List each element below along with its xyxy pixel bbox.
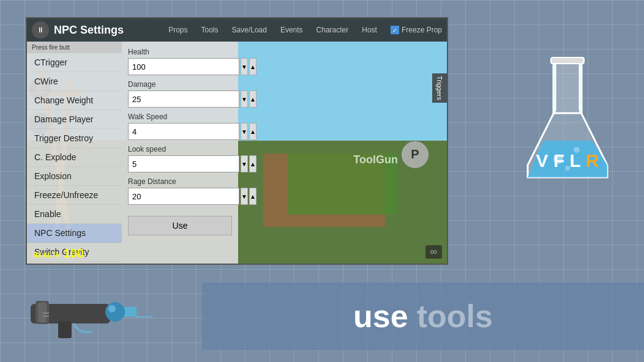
flask-brand-text: V F L R: [522, 150, 613, 171]
sidebar-item-explosion[interactable]: Explosion: [27, 167, 122, 186]
walkspeed-input[interactable]: [128, 123, 239, 140]
damage-group: Damage ▼ ▲: [128, 80, 232, 108]
damage-input-row: ▼ ▲: [128, 90, 232, 108]
tab-props[interactable]: Props: [162, 23, 193, 37]
bottom-section: usetools: [0, 264, 644, 362]
lookspeed-label: Look speed: [128, 145, 232, 153]
sidebar-item-cexplode[interactable]: C. Explode: [27, 148, 122, 167]
sidebar-item-cwire[interactable]: CWire: [27, 72, 122, 91]
freeze-prop-checkbox[interactable]: ✓: [391, 26, 399, 34]
tab-events[interactable]: Events: [274, 23, 309, 37]
sidebar-item-enable[interactable]: Enable: [27, 205, 122, 224]
svg-point-12: [105, 302, 125, 322]
svg-rect-10: [58, 321, 72, 338]
sidebar-item-freezeunfreeze[interactable]: Freeze/Unfreeze: [27, 186, 122, 205]
health-input[interactable]: [128, 58, 239, 75]
sidebar-item-npcsettings[interactable]: NPC Settings: [27, 224, 122, 243]
game-window: ⏸ NPC Settings Props Tools Save/Load Eve…: [26, 17, 448, 265]
svg-point-13: [108, 305, 116, 312]
press-fire-text: Press fire butt: [27, 42, 122, 53]
tab-character[interactable]: Character: [310, 23, 355, 37]
ragedistance-group: Rage Distance ▼ ▲: [128, 177, 232, 205]
ragedistance-label: Rage Distance: [128, 177, 232, 186]
freeze-prop-toggle[interactable]: ✓ Freeze Prop: [391, 26, 442, 34]
infinity-badge: ∞: [425, 245, 442, 259]
health-bar-label: HEALTH: [33, 252, 61, 259]
damage-up-btn[interactable]: ▲: [249, 90, 256, 108]
damage-label: Damage: [128, 80, 232, 89]
walkspeed-input-row: ▼ ▲: [128, 123, 232, 140]
triggers-button[interactable]: Triggers: [432, 73, 447, 103]
walkspeed-label: Walk Speed: [128, 113, 232, 121]
brand-f: F: [553, 150, 564, 171]
walkspeed-group: Walk Speed ▼ ▲: [128, 113, 232, 140]
use-tools-box: usetools: [202, 283, 644, 350]
sidebar-item-ctrigger[interactable]: CTrigger: [27, 53, 122, 72]
settings-panel: Health ▼ ▲ Damage ▼ ▲ Walk Speed ▼ ▲: [122, 42, 238, 264]
window-title: NPC Settings: [54, 24, 160, 37]
flask-logo-area: V F L R: [522, 55, 613, 190]
health-up-btn[interactable]: ▲: [249, 58, 256, 75]
walkspeed-down-btn[interactable]: ▼: [241, 123, 248, 140]
health-group: Health ▼ ▲: [128, 48, 232, 75]
sidebar-item-triggerdestroy[interactable]: Trigger Destroy: [27, 129, 122, 148]
health-bar-value: 100: [64, 246, 84, 260]
damage-input[interactable]: [128, 90, 239, 108]
lookspeed-input[interactable]: [128, 155, 239, 172]
svg-rect-6: [551, 57, 584, 64]
tab-host[interactable]: Host: [356, 23, 383, 37]
brand-v: V: [536, 150, 549, 171]
ragedistance-down-btn[interactable]: ▼: [241, 188, 248, 205]
portal-gun-area: [12, 283, 153, 350]
sidebar-item-changeweight[interactable]: Change Weight: [27, 91, 122, 110]
health-input-row: ▼ ▲: [128, 58, 232, 75]
lookspeed-up-btn[interactable]: ▲: [249, 155, 256, 172]
pause-icon: ⏸: [37, 26, 44, 34]
menu-tabs: Props Tools Save/Load Events Character H…: [162, 23, 383, 37]
ragedistance-up-btn[interactable]: ▲: [249, 188, 256, 205]
p-button[interactable]: P: [402, 141, 429, 168]
sidebar-item-damageplayer[interactable]: Damage Player: [27, 110, 122, 129]
health-label: Health: [128, 48, 232, 56]
lookspeed-input-row: ▼ ▲: [128, 155, 232, 172]
toolgun-watermark: ToolGun: [353, 153, 398, 166]
lookspeed-down-btn[interactable]: ▼: [241, 155, 248, 172]
brand-l: L: [570, 150, 581, 171]
tab-tools[interactable]: Tools: [195, 23, 225, 37]
sidebar-item-oscillator[interactable]: Oscillator: [27, 262, 122, 264]
pause-button[interactable]: ⏸: [32, 21, 49, 39]
use-tools-text: usetools: [353, 298, 493, 334]
lookspeed-group: Look speed ▼ ▲: [128, 145, 232, 172]
ragedistance-input-row: ▼ ▲: [128, 188, 232, 205]
tools-word: tools: [417, 298, 493, 334]
ragedistance-input[interactable]: [128, 188, 239, 205]
svg-rect-1: [553, 58, 582, 113]
sidebar-menu: Press fire butt CTrigger CWire Change We…: [27, 42, 122, 264]
use-word: use: [353, 298, 408, 334]
walkspeed-up-btn[interactable]: ▲: [249, 123, 256, 140]
tab-saveload[interactable]: Save/Load: [226, 23, 273, 37]
freeze-prop-label: Freeze Prop: [402, 26, 442, 34]
top-menu-bar: ⏸ NPC Settings Props Tools Save/Load Eve…: [27, 18, 447, 42]
use-button[interactable]: Use: [128, 216, 232, 235]
damage-down-btn[interactable]: ▼: [241, 90, 248, 108]
health-down-btn[interactable]: ▼: [241, 58, 248, 75]
brand-b: R: [586, 150, 599, 171]
health-bar: HEALTH 100: [33, 246, 84, 260]
portal-gun-line: [135, 316, 153, 317]
